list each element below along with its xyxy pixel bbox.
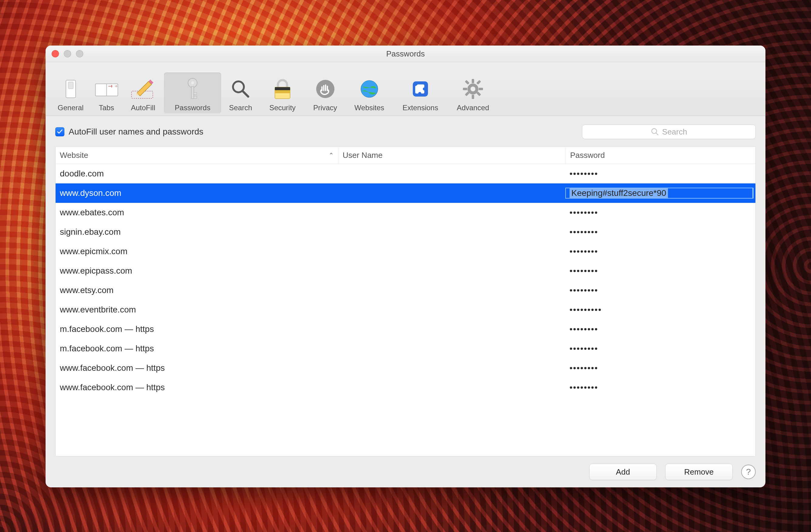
password-masked: ••••••••: [569, 344, 598, 354]
checkbox-icon[interactable]: [55, 127, 64, 136]
tab-passwords-label: Passwords: [175, 104, 210, 112]
tab-privacy[interactable]: Privacy: [305, 73, 346, 113]
table-header: Website ⌃ User Name Password: [56, 147, 755, 164]
cell-website: doodle.com: [56, 169, 338, 178]
svg-rect-1: [68, 82, 73, 89]
svg-point-35: [471, 87, 475, 91]
svg-line-37: [656, 133, 658, 135]
window-title: Passwords: [386, 49, 425, 59]
svg-rect-16: [194, 96, 197, 98]
table-row[interactable]: www.epicmix.com••••••••: [56, 242, 755, 261]
tab-passwords[interactable]: Passwords: [164, 73, 221, 113]
table-row[interactable]: www.epicpass.com••••••••: [56, 261, 755, 281]
cell-password[interactable]: Keeping#stuff2secure*90: [565, 188, 755, 199]
svg-rect-33: [476, 80, 481, 85]
search-icon: [651, 127, 659, 136]
hand-icon: [315, 76, 335, 102]
key-icon: [184, 76, 201, 102]
tab-websites[interactable]: Websites: [346, 73, 393, 113]
column-website-label: Website: [60, 151, 88, 160]
table-row[interactable]: www.facebook.com — https••••••••: [56, 378, 755, 397]
table-row[interactable]: www.eventbrite.com•••••••••: [56, 300, 755, 319]
table-row[interactable]: www.facebook.com — https••••••••: [56, 358, 755, 378]
tab-websites-label: Websites: [354, 104, 384, 112]
column-website[interactable]: Website ⌃: [56, 147, 338, 164]
tab-extensions[interactable]: Extensions: [393, 73, 447, 113]
tab-extensions-label: Extensions: [402, 104, 438, 112]
table-row[interactable]: www.ebates.com••••••••: [56, 203, 755, 222]
globe-icon: [359, 76, 379, 102]
cell-password: ••••••••: [565, 324, 755, 334]
password-masked: ••••••••: [569, 382, 598, 392]
close-button[interactable]: [52, 50, 59, 58]
tab-general[interactable]: General: [50, 73, 91, 113]
cell-website: www.facebook.com — https: [56, 382, 338, 392]
password-masked: ••••••••: [569, 324, 598, 334]
table-row[interactable]: www.etsy.com••••••••: [56, 281, 755, 300]
autofill-checkbox-row[interactable]: AutoFill user names and passwords: [55, 127, 203, 137]
autofill-checkbox-label: AutoFill user names and passwords: [68, 127, 203, 137]
cell-website: www.dyson.com: [56, 188, 338, 198]
tab-tabs[interactable]: + + Tabs: [91, 73, 122, 113]
cell-website: www.facebook.com — https: [56, 363, 338, 373]
password-masked: ••••••••: [569, 227, 598, 237]
preferences-window: Passwords General: [46, 46, 765, 487]
pencil-form-icon: [130, 76, 156, 102]
tab-autofill[interactable]: AutoFill: [122, 73, 164, 113]
tab-general-label: General: [58, 104, 83, 112]
table-row[interactable]: www.dyson.comKeeping#stuff2secure*90: [56, 183, 755, 203]
cell-password: ••••••••: [565, 344, 755, 354]
tab-security[interactable]: Security: [260, 73, 305, 113]
column-username[interactable]: User Name: [338, 147, 566, 164]
help-button[interactable]: ?: [741, 465, 756, 479]
zoom-button[interactable]: [76, 50, 83, 58]
add-button[interactable]: Add: [589, 464, 657, 480]
password-plaintext[interactable]: Keeping#stuff2secure*90: [569, 188, 668, 199]
search-placeholder: Search: [662, 127, 687, 137]
svg-rect-15: [194, 93, 197, 95]
svg-rect-14: [192, 87, 194, 99]
tab-autofill-label: AutoFill: [131, 104, 155, 112]
cell-website: www.ebates.com: [56, 208, 338, 217]
password-masked: ••••••••: [569, 247, 598, 256]
titlebar: Passwords: [46, 46, 765, 62]
password-masked: •••••••••: [569, 305, 602, 315]
table-row[interactable]: doodle.com••••••••: [56, 164, 755, 183]
password-masked: ••••••••: [569, 363, 598, 373]
minimize-button[interactable]: [64, 50, 71, 58]
column-username-label: User Name: [342, 151, 382, 160]
puzzle-icon: [410, 76, 430, 102]
tab-search-label: Search: [229, 104, 252, 112]
svg-line-18: [243, 91, 248, 97]
cell-password: ••••••••: [565, 266, 755, 276]
password-masked: ••••••••: [569, 266, 598, 276]
cell-password: ••••••••: [565, 247, 755, 256]
table-row[interactable]: m.facebook.com — https••••••••: [56, 319, 755, 339]
tab-tabs-label: Tabs: [99, 104, 114, 112]
cell-website: m.facebook.com — https: [56, 344, 338, 354]
tab-advanced[interactable]: Advanced: [447, 73, 499, 113]
sort-ascending-icon: ⌃: [328, 152, 334, 159]
table-row[interactable]: signin.ebay.com••••••••: [56, 222, 755, 242]
gear-icon: [462, 76, 484, 102]
window-controls: [52, 46, 83, 62]
cell-password: •••••••••: [565, 305, 755, 315]
top-row: AutoFill user names and passwords Search: [55, 125, 756, 139]
cell-password: ••••••••: [565, 169, 755, 178]
svg-point-13: [191, 81, 194, 84]
table-body: doodle.com••••••••www.dyson.comKeeping#s…: [56, 164, 755, 456]
tabs-icon: + +: [95, 76, 119, 102]
table-row[interactable]: m.facebook.com — https••••••••: [56, 339, 755, 358]
svg-rect-28: [472, 95, 474, 99]
search-input[interactable]: Search: [582, 125, 756, 139]
cell-password: ••••••••: [565, 382, 755, 392]
cell-website: www.etsy.com: [56, 285, 338, 295]
svg-text:+: +: [110, 83, 113, 89]
magnifier-icon: [230, 76, 251, 102]
tab-search[interactable]: Search: [221, 73, 260, 113]
tab-privacy-label: Privacy: [313, 104, 337, 112]
column-password[interactable]: Password: [566, 147, 755, 164]
svg-rect-27: [472, 79, 474, 83]
password-masked: ••••••••: [569, 169, 598, 178]
remove-button[interactable]: Remove: [665, 464, 733, 480]
